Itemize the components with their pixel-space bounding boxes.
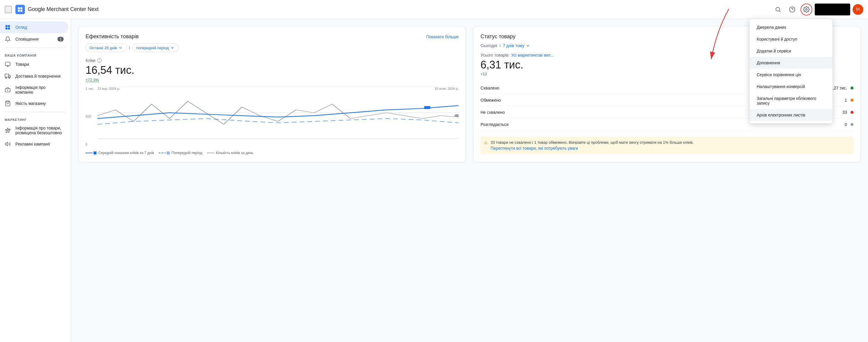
dropdown-item-apps-services[interactable]: Додатки й сервіси (750, 45, 833, 57)
legend-square-icon (94, 151, 96, 154)
sidebar-item-delivery[interactable]: Доставка й повернення (0, 70, 68, 82)
chevron-down-icon-2 (170, 45, 175, 50)
sidebar-item-notifications-label: Сповіщення (16, 37, 38, 41)
total-link[interactable]: Усі маркетингові мет... (511, 53, 554, 57)
app-header: Google Merchant Center Next H (0, 0, 868, 19)
svg-rect-3 (21, 9, 23, 11)
section-company-label: ВАША КОМПАНІЯ (0, 50, 71, 58)
svg-rect-0 (18, 7, 20, 9)
sidebar-item-company-info-label: Інформація про компанію (16, 85, 64, 94)
svg-marker-18 (8, 75, 10, 77)
dropdown-item-conversion-settings[interactable]: Налаштування конверсій (750, 81, 833, 92)
dropdown-item-account-settings[interactable]: Загальні параметри облікового запису (750, 92, 833, 109)
sidebar-item-free-listings-label: Інформація про товари, розміщена безкошт… (16, 126, 64, 135)
compare-filter-label: попередній період (136, 46, 169, 50)
metric-value: 16,54 тис. (86, 64, 459, 77)
notifications-badge: 1 (57, 37, 64, 41)
performance-chart: 1 тис. 500 0 (86, 87, 459, 146)
dropdown-item-email-archive[interactable]: Архів електронних листів (750, 109, 833, 121)
period-filter-chip[interactable]: Останні 28 днів (86, 43, 127, 52)
total-label: Усього товарів: (480, 53, 509, 57)
sidebar: Огляд Сповіщення 1 ВАША КОМПАНІЯ (0, 19, 71, 342)
legend-prev-label: Попередній період (172, 151, 202, 155)
svg-rect-11 (8, 25, 10, 27)
svg-rect-10 (6, 25, 8, 27)
filter-connector: і (129, 46, 130, 50)
settings-button[interactable] (801, 4, 812, 16)
search-button[interactable] (772, 4, 784, 16)
legend-daily-label: Кількість кліків за день (216, 151, 253, 155)
settings-dropdown: Джерела данихКористувачі й доступДодатки… (750, 19, 833, 123)
logo-icon (16, 5, 25, 14)
sidebar-item-products-label: Товари (16, 62, 29, 67)
sidebar-item-shop-quality[interactable]: Якість магазину (0, 97, 68, 109)
status-row-label: Схвалено (480, 82, 685, 94)
svg-line-5 (779, 11, 780, 12)
status-row-label: Обмежено (480, 94, 685, 106)
svg-rect-13 (8, 28, 10, 30)
dropdown-item-users-access[interactable]: Користувачі й доступ (750, 33, 833, 45)
legend-item-avg[interactable]: Середній показник кліків за 7 днів (86, 151, 154, 155)
products-icon (5, 61, 11, 67)
delivery-icon (5, 73, 11, 79)
free-listings-icon (5, 127, 11, 133)
status-card-title: Статус товару (480, 33, 516, 40)
date-connector: і (499, 43, 500, 48)
sidebar-item-overview[interactable]: Огляд (0, 21, 68, 33)
show-more-link[interactable]: Показати більше (426, 34, 459, 39)
filter-row: Останні 28 днів і попередній період (86, 43, 459, 52)
date-label: Сьогодні (480, 43, 497, 48)
menu-button[interactable] (5, 6, 12, 13)
chart-y-bottom: 0 (86, 143, 87, 146)
warning-link[interactable]: Переглянути всі товари, які потребують у… (491, 146, 694, 150)
performance-card-title: Ефективність товарів (86, 33, 138, 40)
date-period-chip[interactable]: 7 днів тому (503, 43, 530, 48)
chevron-down-icon-3 (525, 43, 530, 48)
sidebar-item-products[interactable]: Товари (0, 58, 68, 70)
sidebar-item-shop-quality-label: Якість магазину (16, 101, 46, 106)
sidebar-item-delivery-label: Доставка й повернення (16, 74, 61, 79)
dropdown-item-price-comparison[interactable]: Сервіси порівняння цін (750, 69, 833, 81)
legend-square-prev-icon (167, 151, 169, 154)
dropdown-item-extensions[interactable]: Доповнення (750, 57, 833, 69)
sidebar-item-ad-campaigns[interactable]: Рекламні кампанії (0, 138, 68, 150)
svg-point-8 (806, 8, 807, 10)
svg-rect-2 (18, 9, 20, 11)
legend-line-daily (207, 153, 214, 153)
svg-rect-35 (167, 151, 169, 154)
chart-legend: Середній показник кліків за 7 днів Попер… (86, 151, 459, 155)
header-actions: H (772, 4, 863, 16)
chart-svg (97, 87, 459, 139)
sidebar-item-company-info[interactable]: Інформація про компанію (0, 82, 68, 97)
svg-point-19 (6, 77, 7, 78)
sidebar-item-ad-campaigns-label: Рекламні кампанії (16, 142, 50, 146)
status-indicator (850, 111, 854, 114)
account-selector[interactable] (815, 4, 850, 16)
help-button[interactable] (786, 4, 798, 16)
section-marketing-label: МАРКЕТИНГ (0, 114, 71, 123)
dropdown-item-data-sources[interactable]: Джерела даних (750, 21, 833, 33)
status-indicator (850, 123, 854, 126)
warning-icon: ⚠ (484, 140, 488, 150)
header-left: Google Merchant Center Next (5, 5, 772, 14)
status-indicator (850, 87, 854, 89)
legend-line-avg (86, 153, 93, 153)
legend-item-daily[interactable]: Кількість кліків за день (207, 151, 253, 155)
sidebar-item-free-listings[interactable]: Інформація про товари, розміщена безкошт… (0, 123, 68, 138)
chart-area (97, 87, 459, 139)
avatar[interactable]: H (852, 4, 863, 15)
metric-change: +72,3% (86, 78, 459, 82)
app-title: Google Merchant Center Next (28, 6, 99, 12)
compare-filter-chip[interactable]: попередній період (132, 43, 179, 52)
metric-label: Кліки (86, 58, 459, 63)
legend-item-prev[interactable]: Попередній період (159, 151, 202, 155)
warning-content: 33 товари не схвалено і 1 товар обмежено… (491, 140, 694, 150)
period-filter-label: Останні 28 днів (89, 46, 117, 50)
svg-point-20 (8, 77, 10, 78)
svg-rect-14 (5, 62, 10, 66)
company-info-icon (5, 87, 11, 93)
chart-y-top: 1 тис. (86, 87, 94, 90)
chevron-down-icon (118, 45, 123, 50)
sidebar-item-notifications[interactable]: Сповіщення 1 (0, 33, 68, 45)
svg-rect-34 (94, 151, 96, 154)
